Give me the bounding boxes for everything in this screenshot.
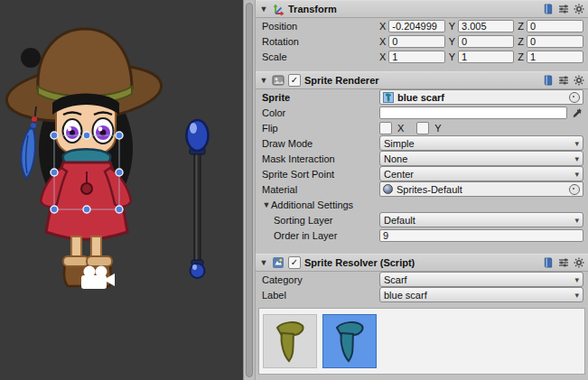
sprite-variant-strip (258, 308, 585, 375)
presets-icon[interactable] (557, 4, 569, 15)
axis-y-label: Y (449, 21, 455, 32)
rotation-z-field[interactable] (527, 35, 583, 48)
foldout-arrow-icon[interactable]: ▼ (259, 76, 268, 85)
sprite-variant-green-scarf[interactable] (263, 314, 317, 368)
sprite-label: Sprite (262, 92, 379, 103)
sprite-renderer-icon (272, 74, 285, 87)
axis-x-label: X (379, 36, 386, 47)
category-dropdown[interactable]: Scarf ▾ (379, 272, 583, 287)
position-z-field[interactable] (527, 20, 583, 32)
gear-icon[interactable] (573, 75, 584, 87)
foldout-arrow-icon[interactable]: ▼ (259, 5, 268, 14)
scrollbar-thumb[interactable] (246, 3, 253, 377)
sorting-layer-dropdown[interactable]: Default ▾ (379, 212, 583, 227)
label-label: Label (262, 290, 379, 301)
mask-interaction-value: None (384, 153, 571, 164)
component-enabled-checkbox[interactable]: ✓ (288, 256, 301, 269)
label-value: blue scarf (384, 290, 571, 301)
inspector-scrollbar[interactable] (243, 0, 256, 380)
help-book-icon[interactable] (542, 4, 554, 15)
label-row: Label blue scarf ▾ (256, 287, 588, 302)
help-book-icon[interactable] (542, 257, 554, 269)
sprite-sort-point-dropdown[interactable]: Center ▾ (379, 166, 583, 181)
sprite-sort-point-row: Sprite Sort Point Center ▾ (256, 166, 588, 181)
label-dropdown[interactable]: blue scarf ▾ (379, 287, 583, 302)
color-row: Color (256, 105, 588, 120)
object-picker-icon[interactable] (569, 184, 580, 195)
axis-y-label: Y (449, 36, 455, 47)
additional-settings-label: Additional Settings (271, 199, 353, 210)
scene-canvas[interactable] (0, 0, 243, 380)
sprite-object-field[interactable]: blue scarf (379, 89, 583, 105)
flip-row: Flip X Y (256, 120, 588, 135)
scale-row: Scale X Y Z (256, 49, 588, 64)
transform-header[interactable]: ▼ Transform (256, 0, 588, 18)
position-y-field[interactable] (458, 20, 514, 32)
additional-settings-row[interactable]: ▼ Additional Settings (256, 197, 588, 212)
mask-interaction-dropdown[interactable]: None ▾ (379, 151, 583, 166)
flip-label: Flip (262, 123, 379, 134)
flip-x-checkbox[interactable] (379, 122, 392, 134)
sorting-layer-value: Default (384, 215, 571, 226)
position-x-field[interactable] (388, 20, 444, 32)
order-in-layer-label: Order in Layer (262, 230, 379, 241)
draw-mode-dropdown[interactable]: Simple ▾ (379, 135, 583, 151)
scale-x-field[interactable] (388, 51, 444, 63)
rotation-x-field[interactable] (388, 35, 444, 48)
sprite-value: blue scarf (397, 92, 565, 103)
component-title: Transform (288, 4, 337, 14)
sprite-thumb-icon (383, 92, 394, 103)
order-in-layer-field[interactable] (379, 229, 583, 242)
position-label: Position (262, 21, 379, 32)
character-sprite (4, 29, 163, 286)
gear-icon[interactable] (573, 257, 584, 269)
axis-z-label: Z (518, 36, 524, 47)
unity-editor-window: ▼ Transform Position (0, 0, 588, 380)
sorting-layer-row: Sorting Layer Default ▾ (256, 212, 588, 227)
staff-sprite (187, 120, 209, 278)
sprite-resolver-header[interactable]: ▼ ✓ Sprite Resolver (Script) (256, 254, 588, 272)
sprite-renderer-header[interactable]: ▼ ✓ Sprite Renderer (256, 71, 588, 89)
sprite-resolver-icon (272, 256, 285, 269)
material-sphere-icon (383, 184, 393, 194)
component-enabled-checkbox[interactable]: ✓ (288, 74, 301, 87)
axis-x-label: X (379, 21, 386, 32)
axis-z-label: Z (518, 51, 524, 62)
draw-mode-row: Draw Mode Simple ▾ (256, 135, 588, 151)
eyedropper-icon[interactable] (571, 107, 583, 119)
category-value: Scarf (384, 274, 571, 285)
foldout-arrow-icon[interactable]: ▼ (259, 258, 268, 267)
flip-x-label: X (397, 123, 404, 134)
order-in-layer-row: Order in Layer (256, 227, 588, 243)
scale-z-field[interactable] (527, 51, 583, 63)
chevron-down-icon: ▾ (574, 216, 579, 225)
material-label: Material (262, 184, 379, 195)
component-title: Sprite Renderer (304, 75, 379, 86)
chevron-down-icon: ▾ (574, 139, 579, 148)
foldout-arrow-icon[interactable]: ▼ (262, 200, 271, 209)
mask-interaction-label: Mask Interaction (262, 153, 379, 164)
material-row: Material Sprites-Default (256, 181, 588, 197)
object-picker-icon[interactable] (569, 92, 580, 103)
mask-interaction-row: Mask Interaction None ▾ (256, 151, 588, 166)
rotation-y-field[interactable] (458, 35, 514, 48)
rotation-label: Rotation (262, 36, 379, 47)
help-book-icon[interactable] (542, 75, 554, 87)
scale-y-field[interactable] (458, 51, 514, 63)
scale-label: Scale (262, 51, 379, 62)
chevron-down-icon: ▾ (574, 291, 579, 300)
sprite-variant-blue-scarf[interactable] (322, 314, 377, 368)
rotation-row: Rotation X Y Z (256, 33, 588, 49)
color-label: Color (262, 107, 379, 118)
flip-y-checkbox[interactable] (416, 122, 429, 134)
flip-y-label: Y (434, 123, 441, 134)
gear-icon[interactable] (573, 4, 584, 15)
material-value: Sprites-Default (397, 184, 565, 195)
inspector-panel: ▼ Transform Position (256, 0, 588, 380)
category-row: Category Scarf ▾ (256, 272, 588, 287)
material-object-field[interactable]: Sprites-Default (379, 181, 583, 197)
presets-icon[interactable] (557, 257, 569, 269)
presets-icon[interactable] (557, 75, 569, 87)
color-swatch[interactable] (379, 107, 567, 119)
scene-view[interactable] (0, 0, 243, 380)
